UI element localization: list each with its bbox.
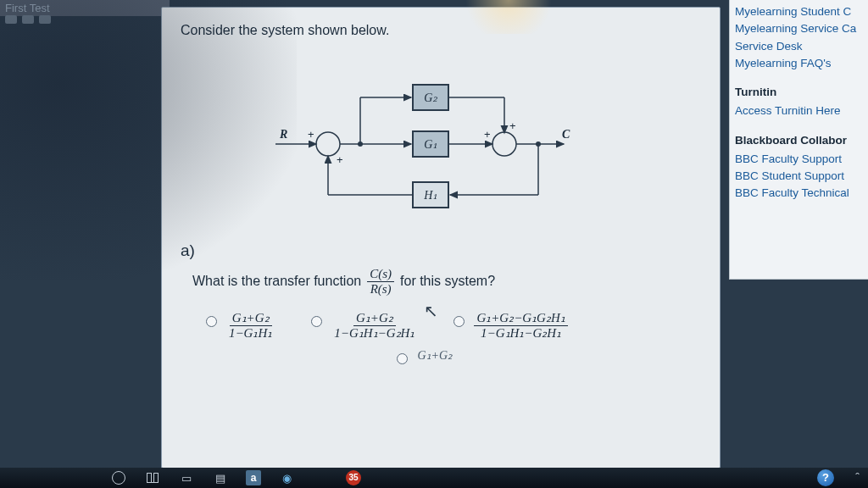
svg-text:R: R [279, 128, 287, 141]
option-3[interactable]: G₁+G₂−G₁G₂H₁ 1−G₁H₁−G₂H₁ [453, 311, 570, 340]
partial-option: G₁+G₂ [397, 348, 701, 364]
svg-text:+: + [308, 128, 314, 141]
svg-text:H₁: H₁ [423, 189, 437, 202]
svg-text:C: C [562, 128, 570, 141]
window-title: First Test [0, 0, 170, 16]
option-1[interactable]: G₁+G₂ 1−G₁H₁ [206, 311, 277, 340]
option-2[interactable]: G₁+G₂ 1−G₁H₁−G₂H₁ [311, 311, 420, 340]
sidebar-heading: Turnitin [735, 84, 863, 101]
svg-text:G₁: G₁ [424, 138, 437, 151]
radio-icon[interactable] [206, 316, 217, 327]
part-label: a) [181, 241, 701, 260]
svg-text:+: + [484, 128, 491, 141]
taskbar-app-icon[interactable]: ◉ [278, 470, 295, 485]
sidebar-link[interactable]: Myelearning FAQ's [735, 55, 863, 72]
radio-icon[interactable] [453, 316, 465, 327]
sidebar-heading: Blackboard Collabor [735, 132, 863, 149]
sidebar-link[interactable]: Myelearning Service Ca [735, 20, 863, 37]
sidebar-link[interactable]: BBC Faculty Technical [735, 185, 863, 202]
svg-text:+: + [337, 153, 343, 166]
svg-text:G₂: G₂ [424, 92, 437, 104]
options-row: G₁+G₂ 1−G₁H₁ G₁+G₂ 1−G₁H₁−G₂H₁ G₁+G₂−G₁G… [206, 311, 701, 340]
sidebar-link[interactable]: Service Desk [735, 38, 863, 55]
taskbar: ▭ ▤ a ◉ 35 ? ˆ [0, 468, 868, 488]
sidebar-link[interactable]: Myelearning Student C [735, 3, 863, 20]
svg-point-1 [316, 132, 340, 156]
sidebar-link[interactable]: BBC Faculty Support [735, 151, 863, 168]
notification-badge[interactable]: 35 [346, 470, 361, 485]
task-view-icon[interactable] [144, 470, 161, 485]
instruction-text: Consider the system shown below. [181, 23, 701, 38]
svg-text:+: + [509, 119, 516, 132]
start-icon[interactable] [110, 470, 127, 485]
taskbar-app-icon[interactable]: ▤ [212, 470, 229, 485]
svg-point-14 [492, 132, 516, 156]
taskbar-app-icon[interactable]: ▭ [178, 470, 195, 485]
sidebar-link[interactable]: BBC Student Support [735, 168, 863, 185]
sidebar-links: Myelearning Student C Myelearning Servic… [729, 0, 868, 280]
transfer-function-fraction: C(s) R(s) [367, 267, 394, 296]
radio-icon[interactable] [311, 316, 322, 327]
help-icon[interactable]: ? [817, 469, 834, 486]
titlebar-icons [5, 15, 51, 24]
question-prompt: What is the transfer function C(s) R(s) … [192, 267, 701, 296]
block-diagram: G₂ G₁ H₁ R + + + + C [259, 55, 623, 225]
taskbar-app-letter[interactable]: a [246, 470, 261, 485]
question-panel: Consider the system shown below. G₂ [161, 7, 721, 469]
sidebar-link[interactable]: Access Turnitin Here [735, 103, 863, 119]
tray-caret-icon[interactable]: ˆ [855, 471, 860, 485]
